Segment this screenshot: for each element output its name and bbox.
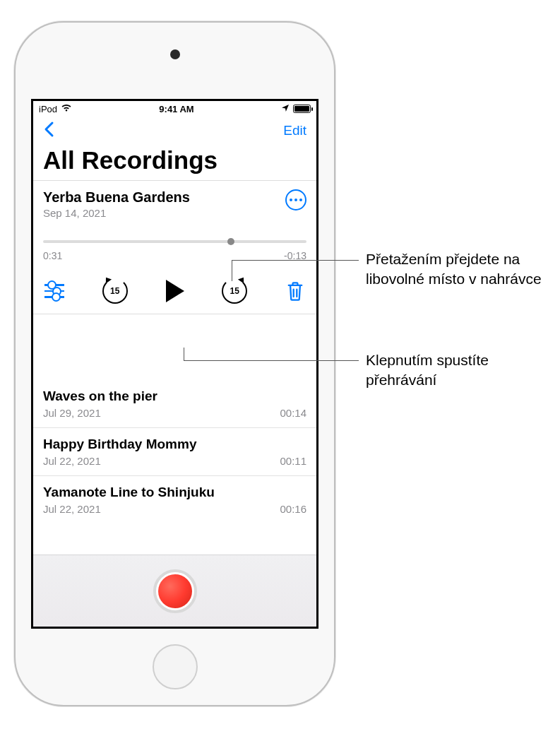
callout-line [232,260,232,281]
skip-back-button[interactable]: 15 [102,278,128,304]
recording-item[interactable]: Yamanote Line to Shinjuku Jul 22, 2021 0… [33,476,316,523]
skip-back-icon: 15 [102,278,128,304]
ellipsis-icon [290,198,292,201]
status-bar: iPod 9:41 AM [33,101,316,117]
recording-duration: 00:14 [280,407,306,419]
options-button[interactable] [44,284,64,298]
record-icon [158,574,192,608]
recordings-list: Waves on the pier Jul 29, 2021 00:14 Hap… [33,380,316,555]
scrubber-track [43,240,306,243]
elapsed-time: 0:31 [43,250,62,261]
selected-date: Sep 14, 2021 [43,207,190,219]
callout-play: Klepnutím spustíte přehrávání [366,350,549,391]
playback-controls: 15 15 [43,278,306,304]
playback-scrubber[interactable]: 0:31 -0:13 [43,240,306,261]
recording-title: Waves on the pier [43,389,306,404]
skip-forward-icon: 15 [222,278,247,304]
callout-scrub: Přetažením přejdete na libovolné místo v… [366,249,549,290]
callout-line [232,260,359,261]
recording-item[interactable]: Happy Birthday Mommy Jul 22, 2021 00:11 [33,428,316,476]
screen: iPod 9:41 AM Edit All Recordings [31,99,318,629]
recording-duration: 00:11 [280,455,306,467]
selected-recording: Yerba Buena Gardens Sep 14, 2021 0:31 -0… [33,181,316,314]
recording-duration: 00:16 [280,503,306,515]
skip-forward-button[interactable]: 15 [222,278,247,304]
edit-button[interactable]: Edit [283,123,306,138]
wifi-icon [61,104,72,114]
recording-title: Happy Birthday Mommy [43,437,306,452]
device-camera [170,49,180,59]
scrubber-knob[interactable] [227,238,234,245]
delete-button[interactable] [285,280,305,302]
play-icon [166,280,184,302]
nav-bar: Edit [33,117,316,145]
carrier-label: iPod [39,104,57,114]
recording-title: Yamanote Line to Shinjuku [43,485,306,500]
page-title: All Recordings [33,145,316,181]
recording-date: Jul 22, 2021 [43,503,101,515]
back-button[interactable] [43,120,54,141]
home-button[interactable] [153,644,198,689]
clock: 9:41 AM [159,104,193,114]
recording-item[interactable]: Waves on the pier Jul 29, 2021 00:14 [33,380,316,428]
record-bar [33,555,316,627]
record-button[interactable] [153,569,197,613]
callout-line [184,348,184,360]
recording-date: Jul 22, 2021 [43,455,101,467]
trash-icon [285,280,305,302]
recording-date: Jul 29, 2021 [43,407,101,419]
play-button[interactable] [166,280,184,302]
sliders-icon [44,284,64,298]
device-frame: iPod 9:41 AM Edit All Recordings [14,21,335,706]
location-icon [281,104,290,114]
more-button[interactable] [285,189,306,211]
callout-line [184,360,359,361]
battery-icon [293,105,311,113]
selected-title: Yerba Buena Gardens [43,189,190,206]
